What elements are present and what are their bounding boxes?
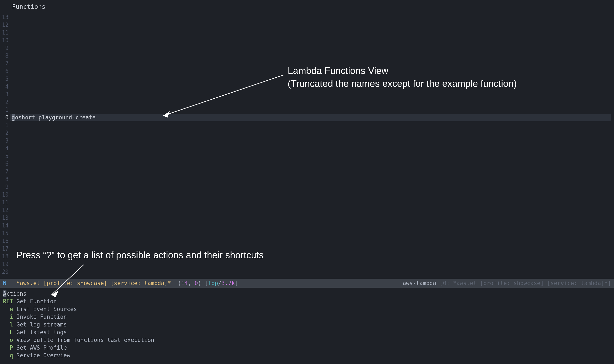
modeline-buffer: *aws.el [profile: showcase] [service: la…	[16, 279, 171, 288]
line-number: 3	[0, 91, 9, 98]
action-key: e	[3, 306, 13, 312]
action-label: View oufile from functions last executio…	[13, 337, 154, 343]
editor-row[interactable]	[12, 229, 611, 237]
editor-row[interactable]: goshort-playground-create	[10, 114, 611, 121]
line-number: 1	[0, 121, 9, 129]
line-number-gutter: 1312111098765432101234567891011121314151…	[0, 13, 10, 276]
action-key: i	[3, 314, 13, 320]
editor-row[interactable]	[12, 13, 611, 21]
modeline-right-mode: aws-lambda	[403, 279, 436, 288]
editor-row[interactable]	[12, 222, 611, 229]
editor-row[interactable]	[12, 214, 611, 222]
action-key: l	[3, 321, 13, 328]
editor-row[interactable]	[12, 91, 611, 98]
action-key: q	[3, 352, 13, 359]
editor-row[interactable]	[12, 206, 611, 214]
line-number: 8	[0, 52, 9, 60]
line-number: 6	[0, 160, 9, 168]
action-label: Get log streams	[13, 321, 67, 328]
header: Functions	[0, 0, 614, 13]
editor-row[interactable]	[12, 75, 611, 83]
line-number: 12	[0, 206, 9, 214]
action-item[interactable]: o View oufile from functions last execut…	[3, 336, 154, 344]
line-number: 7	[0, 168, 9, 175]
line-number: 10	[0, 37, 9, 44]
editor-main[interactable]: 1312111098765432101234567891011121314151…	[0, 13, 614, 279]
line-number: 17	[0, 245, 9, 253]
action-key: L	[3, 329, 13, 336]
action-item[interactable]: P Set AWS Profile	[3, 344, 154, 351]
line-number: 14	[0, 222, 9, 229]
editor-row[interactable]	[12, 129, 611, 137]
editor-row[interactable]	[12, 52, 611, 60]
actions-heading: Actions	[3, 290, 154, 298]
action-item[interactable]: q Service Overview	[3, 351, 154, 359]
line-number: 9	[0, 44, 9, 52]
editor-row[interactable]	[12, 175, 611, 183]
line-number: 4	[0, 83, 9, 91]
editor-row[interactable]	[12, 191, 611, 198]
line-number: 11	[0, 198, 9, 206]
action-item[interactable]: e List Event Sources	[3, 305, 154, 313]
line-number: 2	[0, 98, 9, 106]
editor-row[interactable]	[12, 83, 611, 91]
modeline-left: N *aws.el [profile: showcase] [service: …	[3, 279, 238, 288]
editor-row[interactable]	[12, 29, 611, 37]
action-key: o	[3, 337, 13, 343]
actions-heading-cursor: A	[3, 290, 6, 297]
action-label: Get Function	[13, 298, 57, 305]
line-number: 4	[0, 144, 9, 152]
line-number: 10	[0, 191, 9, 198]
line-number: 2	[0, 129, 9, 137]
editor-row[interactable]	[12, 37, 611, 44]
modeline-position: Top	[208, 279, 218, 288]
line-number: 6	[0, 67, 9, 75]
editor-row[interactable]	[12, 237, 611, 245]
editor-row[interactable]	[12, 198, 611, 206]
line-number: 7	[0, 60, 9, 67]
modeline-row: 14	[181, 279, 188, 288]
modeline-mode: N	[3, 279, 6, 288]
action-label: Invoke Function	[13, 314, 67, 320]
editor-row[interactable]	[12, 268, 611, 276]
action-key: RET	[3, 298, 13, 305]
editor-row[interactable]	[12, 121, 611, 129]
editor-row[interactable]	[12, 260, 611, 268]
editor-row[interactable]	[12, 253, 611, 260]
line-number: 3	[0, 137, 9, 144]
modeline-right: aws-lambda [0: *aws.el [profile: showcas…	[403, 279, 611, 288]
editor-row[interactable]	[12, 152, 611, 160]
editor-row[interactable]	[12, 183, 611, 191]
action-label: List Event Sources	[13, 306, 77, 312]
modeline-right-context: [0: *aws.el [profile: showcase] [service…	[440, 279, 611, 288]
line-number: 12	[0, 21, 9, 29]
action-item[interactable]: L Get latest logs	[3, 328, 154, 336]
line-number: 9	[0, 183, 9, 191]
action-item[interactable]: l Get log streams	[3, 321, 154, 328]
line-number: 8	[0, 175, 9, 183]
action-item[interactable]: RET Get Function	[3, 298, 154, 305]
editor-row[interactable]	[12, 44, 611, 52]
line-number: 20	[0, 268, 9, 276]
action-label: Service Overview	[13, 352, 70, 359]
editor-row[interactable]	[12, 106, 611, 114]
modeline-col: 0	[195, 279, 198, 288]
editor-content[interactable]: goshort-playground-create	[12, 13, 611, 276]
editor-row[interactable]	[12, 60, 611, 67]
action-item[interactable]: i Invoke Function	[3, 313, 154, 321]
editor-row[interactable]	[12, 160, 611, 168]
line-number: 13	[0, 214, 9, 222]
editor-row[interactable]	[12, 168, 611, 175]
cursor-char: g	[12, 114, 15, 121]
editor-row[interactable]	[12, 21, 611, 29]
actions-panel: Actions RET Get Function e List Event So…	[3, 290, 154, 359]
line-number: 5	[0, 75, 9, 83]
editor-row[interactable]	[12, 245, 611, 253]
line-number: 0	[0, 114, 9, 121]
editor-row[interactable]	[12, 98, 611, 106]
editor-row[interactable]	[12, 137, 611, 144]
editor-row[interactable]	[12, 144, 611, 152]
line-number: 1	[0, 106, 9, 114]
editor-row[interactable]	[12, 67, 611, 75]
line-number: 15	[0, 229, 9, 237]
